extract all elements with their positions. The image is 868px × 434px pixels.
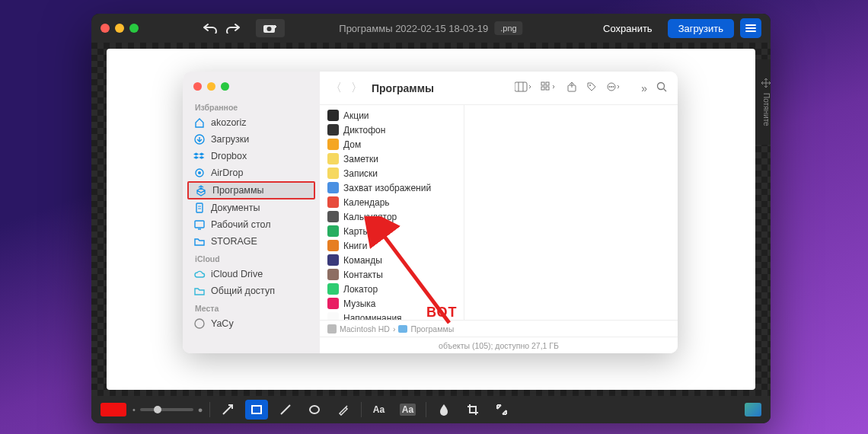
svg-rect-10	[546, 82, 549, 85]
editor-tool-toolbar: •● Aa Aa	[91, 396, 771, 423]
file-label: Музыка	[343, 298, 375, 309]
rectangle-tool[interactable]	[245, 400, 268, 420]
minimize-icon[interactable]	[207, 82, 215, 91]
file-item[interactable]: Калькулятор	[320, 209, 464, 224]
file-label: Карты	[343, 226, 369, 237]
file-item[interactable]: Команды	[320, 253, 464, 267]
blur-tool[interactable]	[432, 400, 455, 420]
upload-button[interactable]: Загрузить	[668, 19, 734, 38]
zoom-icon[interactable]	[129, 24, 139, 33]
sidebar-item[interactable]: iCloud Drive	[183, 266, 320, 282]
svg-point-22	[310, 406, 319, 413]
app-icon	[327, 182, 339, 193]
close-icon[interactable]	[193, 82, 202, 91]
desk-icon	[193, 219, 206, 231]
file-label: Команды	[343, 255, 382, 266]
resize-tool[interactable]	[490, 400, 513, 420]
file-item[interactable]: Дом	[320, 137, 464, 152]
file-item[interactable]: Карты	[320, 224, 464, 238]
sidebar-item[interactable]: Загрузки	[183, 131, 320, 148]
file-item[interactable]: Акции	[320, 108, 464, 123]
file-column[interactable]: АкцииДиктофонДомЗаметкиЗапискиЗахват изо…	[320, 105, 464, 320]
sidebar-item[interactable]: akozoriz	[183, 114, 320, 131]
stroke-slider[interactable]	[140, 408, 193, 411]
zoom-icon[interactable]	[221, 82, 229, 91]
line-tool[interactable]	[274, 400, 297, 420]
svg-rect-6	[195, 221, 204, 228]
file-item[interactable]: Записки	[320, 166, 464, 180]
file-item[interactable]: Захват изображений	[320, 180, 464, 195]
move-icon	[761, 78, 771, 88]
disk-icon	[327, 324, 337, 333]
file-label: Локатор	[343, 284, 378, 295]
forward-button[interactable]: 〉	[351, 81, 362, 95]
share-icon[interactable]	[566, 81, 577, 94]
app-icon	[327, 312, 339, 320]
minimize-icon[interactable]	[115, 24, 124, 33]
svg-point-7	[195, 319, 204, 328]
sidebar-section: iCloud	[183, 250, 320, 266]
app-icon	[327, 124, 339, 136]
extension-badge: .png	[494, 21, 522, 35]
sidebar-item[interactable]: YaCy	[183, 315, 320, 332]
color-swatch[interactable]	[101, 403, 126, 416]
preview-thumbnail[interactable]	[745, 403, 761, 416]
action-icon[interactable]	[606, 81, 621, 94]
file-label: Записки	[343, 168, 378, 179]
document-title: Программы 2022-02-15 18-03-19 .png	[339, 21, 522, 35]
sidebar-item[interactable]: Документы	[183, 199, 320, 216]
editor-canvas[interactable]: Избранное akozorizЗагрузкиDropboxAirDrop…	[91, 43, 771, 396]
sidebar-item[interactable]: Программы	[187, 181, 315, 199]
annotation-label: ВОТ	[426, 305, 458, 321]
file-label: Заметки	[343, 154, 378, 164]
file-item[interactable]: Заметки	[320, 152, 464, 166]
svg-rect-21	[252, 406, 261, 413]
file-item[interactable]: Книги	[320, 238, 464, 253]
path-bar[interactable]: Macintosh HD › Программы	[320, 320, 678, 337]
yacy-icon	[193, 318, 206, 330]
sidebar-item-label: Программы	[212, 185, 264, 196]
app-icon	[327, 139, 339, 150]
search-icon[interactable]	[656, 81, 667, 94]
sidebar-item[interactable]: Общий доступ	[183, 282, 320, 299]
folder-icon	[398, 325, 407, 333]
sidebar-item-label: Общий доступ	[211, 286, 275, 296]
file-item[interactable]: Локатор	[320, 282, 464, 296]
crop-tool[interactable]	[461, 400, 484, 420]
svg-point-16	[611, 86, 612, 88]
sidebar-item[interactable]: STORAGE	[183, 233, 320, 250]
cloud-icon	[193, 268, 206, 280]
view-columns-icon[interactable]	[515, 81, 531, 94]
undo-button[interactable]	[199, 19, 221, 37]
svg-point-18	[613, 86, 614, 88]
sidebar-item-label: Dropbox	[211, 151, 247, 161]
editor-titlebar: Программы 2022-02-15 18-03-19 .png Сохра…	[91, 14, 771, 43]
back-button[interactable]: 〈	[330, 81, 342, 95]
file-item[interactable]: Календарь	[320, 195, 464, 209]
save-button[interactable]: Сохранить	[594, 19, 662, 38]
camera-button[interactable]	[256, 19, 285, 37]
file-item[interactable]: Диктофон	[320, 123, 464, 137]
sidebar-item[interactable]: Рабочий стол	[183, 216, 320, 233]
file-item[interactable]: Контакты	[320, 267, 464, 282]
file-label: Захват изображений	[343, 183, 431, 193]
window-controls	[101, 24, 139, 33]
drag-tab[interactable]: Потяните	[755, 59, 771, 145]
sidebar-item[interactable]: AirDrop	[183, 164, 320, 181]
pen-tool[interactable]	[332, 400, 355, 420]
close-icon[interactable]	[101, 24, 110, 33]
sidebar-item[interactable]: Dropbox	[183, 148, 320, 164]
text-bg-tool[interactable]: Aa	[397, 400, 420, 420]
svg-point-17	[609, 86, 611, 88]
text-tool[interactable]: Aa	[368, 400, 391, 420]
redo-button[interactable]	[222, 19, 244, 37]
menu-button[interactable]	[740, 18, 761, 38]
tag-icon[interactable]	[586, 81, 597, 94]
file-label: Акции	[343, 110, 369, 121]
more-icon[interactable]: »	[641, 82, 647, 94]
ellipse-tool[interactable]	[303, 400, 326, 420]
app-icon	[327, 283, 339, 295]
group-icon[interactable]	[541, 81, 557, 94]
arrow-tool[interactable]	[216, 400, 239, 420]
file-label: Диктофон	[343, 125, 385, 136]
